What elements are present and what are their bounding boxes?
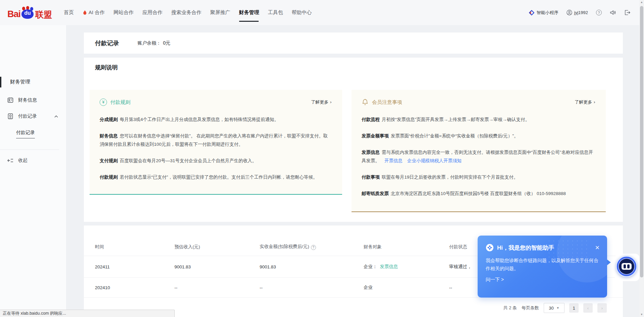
rules-section-title: 规则说明 xyxy=(95,64,118,71)
main-menu: 首页 AI 合作 网站合作 应用合作 搜索业务合作 聚屏推广 财务管理 工具包 … xyxy=(59,0,316,25)
rules-section: 规则说明 ¥ 付款规则 了解更多› 分成规则每月第3或4个工作日产出上月分成信息… xyxy=(84,58,623,222)
per-page-label: 每页条数 xyxy=(522,305,539,311)
payment-rules-title: 付款规则 xyxy=(110,99,130,106)
assistant-body: 我会帮助您诊断合作链路问题，以及解答您关于任何合作相关的问题。 xyxy=(478,256,607,272)
small-taxpayer-guide-link[interactable]: 企业小规模纳税人开票须知 xyxy=(407,158,462,163)
user-icon xyxy=(567,10,572,15)
sidebar-item-payment-records[interactable]: 付款记录 xyxy=(7,113,59,119)
rule-text: 联盟在每月19日之后签收的发票，付款时间安排在下个月首批支付。 xyxy=(382,175,518,180)
nav-item-website[interactable]: 网站合作 xyxy=(109,0,138,25)
payment-records-icon xyxy=(7,113,13,119)
rule-text: 百度联盟会在每月20号—31号支付企业会员上个自然月产生的收入。 xyxy=(120,158,257,163)
collapse-icon xyxy=(7,158,13,163)
assistant-popup: Hi，我是您的智能助手 ✕ 我会帮助您诊断合作链路问题，以及解答您关于任何合作相… xyxy=(478,236,607,298)
nav-item-finance[interactable]: 财务管理 xyxy=(234,0,263,25)
miniapp-entry[interactable]: 智能小程序 xyxy=(529,10,558,16)
question-circle-icon[interactable]: ? xyxy=(311,245,316,250)
cell-actual: 9001.83 xyxy=(260,264,364,269)
finance-info-icon xyxy=(7,97,13,103)
flame-icon xyxy=(83,10,87,15)
ask-link[interactable]: 问一下 > xyxy=(478,277,607,283)
bell-icon xyxy=(362,99,369,106)
rule-label: 发票信息 xyxy=(362,150,380,155)
rule-label: 付款事项 xyxy=(362,175,380,180)
baidu-paw-icon: du xyxy=(21,6,34,19)
invoice-info-link[interactable]: 开票信息 xyxy=(384,158,402,163)
rule-text: 您可以在财务信息中选择“保留付款”。 在此期间您产生的收入将在账户内进行累计，联… xyxy=(100,133,328,147)
cell-finance-object: 企业 xyxy=(364,284,449,291)
payment-rules-more-link[interactable]: 了解更多› xyxy=(311,99,332,105)
page-header-band: 付款记录 账户余额： 0元 xyxy=(84,33,623,54)
sidebar-item-finance-info[interactable]: 财务信息 xyxy=(7,97,59,103)
logout-icon[interactable] xyxy=(624,10,631,15)
scroll-down-arrow[interactable]: ▼ xyxy=(639,312,644,317)
logo-text-du: du xyxy=(21,10,34,16)
sidebar-active-indicator xyxy=(0,77,1,87)
chevron-up-icon[interactable] xyxy=(54,115,58,118)
cell-estimated: 9001.83 xyxy=(174,264,260,269)
rule-label: 发票金额事项 xyxy=(362,133,389,138)
nav-item-juping[interactable]: 聚屏推广 xyxy=(206,0,234,25)
rule-text: 发票票面“价税合计”金额=系统中“实收金额（扣除税费后/元）”。 xyxy=(391,133,519,138)
help-icon[interactable]: ? xyxy=(596,10,602,15)
rule-text: 若付款状态显示“已支付”，说明联盟已安排了您的付款。支付后三个工作日内到帐，请您… xyxy=(120,175,318,180)
per-page-select[interactable]: 30 ▼ xyxy=(544,303,565,313)
balance-label: 账户余额： xyxy=(138,40,161,46)
page-title: 付款记录 xyxy=(95,39,119,47)
rule-label: 付款流程 xyxy=(362,117,380,122)
rule-text: 月初按“发票信息”页面开具发票→上传发票→邮寄发票→审核→确认支付。 xyxy=(382,117,530,122)
collapse-label: 收起 xyxy=(18,157,28,164)
robot-avatar[interactable] xyxy=(616,256,637,277)
rule-label: 财务信息 xyxy=(100,133,118,138)
sidebar-item-label: 财务信息 xyxy=(18,97,37,103)
sidebar-item-label: 付款记录 xyxy=(18,113,37,119)
user-account[interactable]: jyj1992 xyxy=(567,10,588,15)
member-notes-title: 会员注意事项 xyxy=(372,99,402,106)
scrollbar-thumb[interactable] xyxy=(640,6,643,277)
nav-item-toolkit[interactable]: 工具包 xyxy=(263,0,287,25)
assistant-title: Hi，我是您的智能助手 xyxy=(497,244,554,252)
sidebar-subitem-payment-records[interactable]: 付款记录 xyxy=(16,130,35,138)
nav-item-home[interactable]: 首页 xyxy=(59,0,78,25)
top-navbar: Bai du 联盟 首页 AI 合作 网站合作 应用合作 搜索业务合作 聚屏推广… xyxy=(0,0,644,25)
rule-label: 支付规则 xyxy=(100,158,118,163)
nav-item-ai[interactable]: AI 合作 xyxy=(78,0,109,25)
browser-status-bar: 正在等待 xlab.baidu.com 的响应... xyxy=(0,310,175,317)
baidu-union-logo[interactable]: Bai du 联盟 xyxy=(7,6,52,19)
speaker-icon[interactable] xyxy=(610,10,616,15)
cell-finance-object: 企业：发票信息 xyxy=(364,264,449,270)
cell-estimated: -- xyxy=(174,285,260,290)
col-header-finance-object: 财务对象 xyxy=(364,244,449,250)
prev-page-button[interactable]: ‹ xyxy=(583,303,593,313)
rule-text: 每月第3或4个工作日产出上月分成信息及发票信息，如有特殊情况将提前通知。 xyxy=(120,117,279,122)
invoice-info-row-link[interactable]: 发票信息 xyxy=(380,264,398,269)
sidebar-divider xyxy=(0,149,59,150)
balance-value: 0元 xyxy=(163,40,170,46)
cell-time: 202410 xyxy=(95,285,174,290)
col-header-estimated: 预估收入(元) xyxy=(174,244,260,250)
cell-actual: -- xyxy=(260,285,364,290)
close-icon[interactable]: ✕ xyxy=(595,245,600,251)
member-notes-more-link[interactable]: 了解更多› xyxy=(575,99,596,105)
total-count: 共 2 条 xyxy=(503,305,517,311)
rule-label: 邮寄纸质发票 xyxy=(362,191,389,196)
nav-item-search-biz[interactable]: 搜索业务合作 xyxy=(167,0,206,25)
col-header-time: 时间 xyxy=(95,244,174,250)
sidebar-title-finance[interactable]: 财务管理 xyxy=(10,79,30,85)
nav-item-app[interactable]: 应用合作 xyxy=(138,0,167,25)
scroll-up-arrow[interactable]: ▲ xyxy=(639,0,644,5)
rule-label: 付款规则 xyxy=(100,175,118,180)
nav-item-help-center[interactable]: 帮助中心 xyxy=(287,0,316,25)
compass-icon xyxy=(486,244,494,252)
col-header-actual: 实收金额(扣除税费后/元)? xyxy=(260,244,364,250)
payment-rules-card: ¥ 付款规则 了解更多› 分成规则每月第3或4个工作日产出上月分成信息及发票信息… xyxy=(90,90,342,195)
page-number-button[interactable]: 1 xyxy=(569,303,579,313)
logo-text-union: 联盟 xyxy=(35,9,52,19)
rule-text: 北京市海淀区西北旺东路10号院百度科技园5号楼 百度联盟财务组（收） 010-5… xyxy=(391,191,566,196)
sidebar-collapse-button[interactable]: 收起 xyxy=(7,157,28,164)
yen-circle-icon: ¥ xyxy=(100,99,107,106)
next-page-button[interactable]: › xyxy=(597,303,607,313)
scrollbar: ▲ ▼ xyxy=(639,0,644,317)
miniapp-diamond-icon xyxy=(529,10,535,16)
member-notes-card: 会员注意事项 了解更多› 付款流程月初按“发票信息”页面开具发票→上传发票→邮寄… xyxy=(352,90,606,212)
